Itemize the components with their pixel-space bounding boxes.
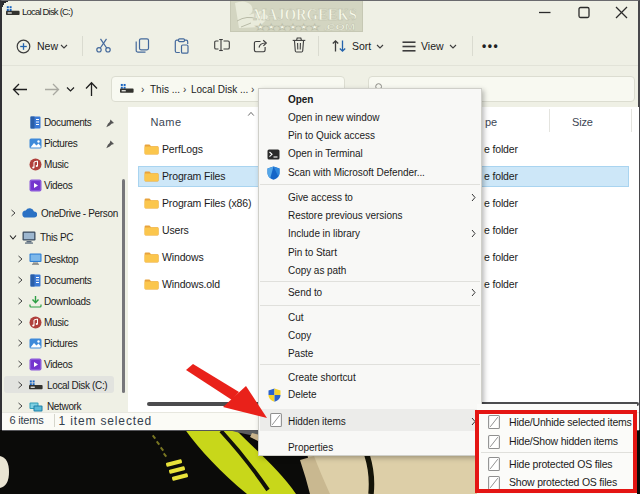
svg-text:★★★★★★ .COM: ★★★★★★ .COM: [255, 22, 355, 32]
